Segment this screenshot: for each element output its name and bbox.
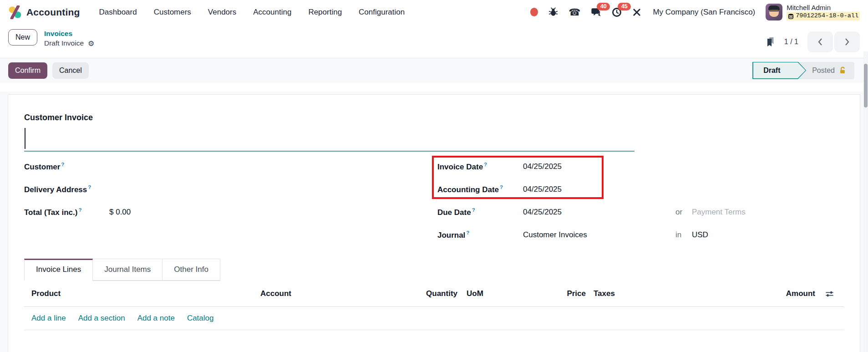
activities-clock-icon[interactable]: 45 [612, 7, 622, 17]
journal-field[interactable]: Customer Invoices [523, 230, 675, 240]
breadcrumb-current: Draft Invoice [44, 39, 84, 48]
help-icon[interactable]: ? [484, 162, 487, 167]
add-a-line-link[interactable]: Add a line [31, 314, 66, 323]
invoice-lines-actions: Add a line Add a section Add a note Cata… [24, 307, 844, 330]
new-button[interactable]: New [8, 29, 37, 46]
menu-configuration[interactable]: Configuration [359, 8, 405, 17]
confirm-button[interactable]: Confirm [8, 62, 47, 79]
journal-label: Journal? [437, 230, 523, 240]
systray: ☎ 40 45 My Company (San Francisco) [530, 4, 860, 21]
odoo-accounting-logo-icon [8, 5, 22, 19]
status-draft[interactable]: Draft [752, 62, 806, 79]
help-icon[interactable]: ? [61, 162, 64, 167]
menu-customers[interactable]: Customers [154, 8, 191, 17]
accounting-date-label: Accounting Date? [437, 184, 523, 194]
scrollbar-track[interactable] [863, 51, 868, 352]
messages-count-badge: 40 [597, 3, 610, 11]
document-type-title: Customer Invoice [24, 113, 844, 122]
column-account[interactable]: Account [253, 289, 389, 298]
session-badge: 79012254-18-0-all [787, 12, 860, 20]
scrollbar-thumb[interactable] [864, 64, 868, 107]
help-icon[interactable]: ? [78, 207, 81, 213]
cancel-button[interactable]: Cancel [52, 62, 89, 79]
add-a-note-link[interactable]: Add a note [137, 314, 175, 323]
column-options-icon[interactable] [825, 290, 834, 298]
breadcrumb: Invoices Draft Invoice ⚙ [44, 29, 94, 49]
column-taxes[interactable]: Taxes [586, 289, 645, 298]
bookmark-icon[interactable] [766, 36, 775, 47]
status-posted[interactable]: Posted [806, 62, 854, 79]
column-uom[interactable]: UoM [457, 289, 512, 298]
pager-zone: 1 / 1 [766, 31, 860, 52]
accounting-date-field[interactable]: 04/25/2025 [523, 185, 675, 194]
column-quantity[interactable]: Quantity [389, 289, 457, 298]
notebook-tabs: Invoice Lines Journal Items Other Info [24, 259, 220, 281]
due-date-label: Due Date? [437, 207, 523, 217]
text-cursor [25, 128, 25, 149]
avatar [766, 4, 782, 20]
help-icon[interactable]: ? [500, 184, 503, 190]
menu-reporting[interactable]: Reporting [308, 8, 342, 17]
activities-count-badge: 45 [618, 3, 631, 11]
pager-next-button[interactable] [834, 31, 860, 52]
delivery-address-label: Delivery Address? [24, 184, 109, 194]
tools-icon[interactable] [632, 8, 641, 17]
total-value: $ 0.00 [109, 208, 131, 217]
chevron-left-icon [817, 38, 823, 46]
voip-phone-icon[interactable]: ☎ [569, 7, 580, 17]
total-label: Total (Tax inc.)? [24, 207, 109, 217]
form-view: Customer Invoice Customer? Delivery Addr… [0, 92, 868, 352]
column-product[interactable]: Product [24, 289, 253, 298]
app-switcher[interactable]: Accounting [8, 5, 80, 19]
main-menu: Dashboard Customers Vendors Accounting R… [99, 8, 405, 17]
help-icon[interactable]: ? [472, 207, 475, 213]
user-menu[interactable]: Mitchell Admin 79012254-18-0-all [766, 4, 860, 21]
bug-icon[interactable] [548, 7, 558, 17]
pager-count: 1 / 1 [784, 38, 798, 46]
invoice-date-field[interactable]: 04/25/2025 [523, 162, 675, 171]
chevron-right-icon [844, 38, 850, 46]
tab-other-info[interactable]: Other Info [162, 259, 220, 281]
in-text: in [675, 230, 692, 240]
status-widget: Draft Posted [752, 62, 854, 79]
help-icon[interactable]: ? [466, 230, 469, 235]
breadcrumb-invoices-link[interactable]: Invoices [44, 29, 94, 39]
company-selector[interactable]: My Company (San Francisco) [653, 8, 755, 17]
status-posted-label: Posted [812, 66, 835, 75]
pager-previous-button[interactable] [807, 31, 833, 52]
menu-accounting[interactable]: Accounting [253, 8, 291, 17]
add-a-section-link[interactable]: Add a section [78, 314, 125, 323]
catalog-link[interactable]: Catalog [187, 314, 214, 323]
field-groups: Customer? Delivery Address? Total (Tax i… [24, 155, 844, 246]
currency-field[interactable]: USD [692, 230, 708, 240]
status-draft-label: Draft [752, 62, 806, 79]
record-indicator-icon[interactable] [530, 8, 538, 16]
column-price[interactable]: Price [512, 289, 586, 298]
action-bar: Confirm Cancel Draft Posted [0, 58, 868, 82]
or-text: or [675, 208, 692, 217]
database-icon [788, 13, 794, 20]
column-amount[interactable]: Amount [645, 289, 815, 298]
user-name: Mitchell Admin [787, 4, 860, 12]
invoice-sheet: Customer Invoice Customer? Delivery Addr… [8, 94, 860, 352]
messages-icon[interactable]: 40 [591, 7, 601, 17]
menu-dashboard[interactable]: Dashboard [99, 8, 137, 17]
help-icon[interactable]: ? [88, 184, 91, 190]
invoice-date-label: Invoice Date? [437, 162, 523, 172]
invoice-lines-header: Product Account Quantity UoM Price Taxes… [24, 281, 844, 307]
payment-terms-field[interactable]: Payment Terms [692, 208, 746, 217]
tab-invoice-lines[interactable]: Invoice Lines [24, 259, 93, 281]
tab-journal-items[interactable]: Journal Items [93, 259, 162, 281]
control-panel: New Invoices Draft Invoice ⚙ 1 / 1 [0, 24, 868, 58]
unlock-icon [838, 66, 847, 75]
menu-vendors[interactable]: Vendors [208, 8, 236, 17]
invoice-name-input[interactable] [24, 126, 635, 152]
customer-label: Customer? [24, 162, 109, 172]
gear-icon[interactable]: ⚙ [88, 39, 94, 49]
app-title: Accounting [26, 7, 80, 18]
session-id: 79012254-18-0-all [796, 12, 858, 20]
top-nav: Accounting Dashboard Customers Vendors A… [0, 0, 868, 24]
due-date-field[interactable]: 04/25/2025 [523, 208, 675, 217]
